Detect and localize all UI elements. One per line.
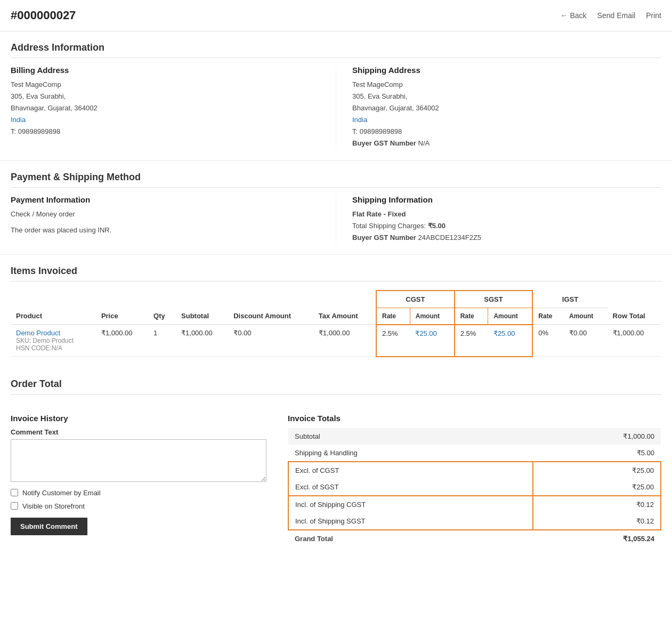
col-tax: Tax Amount	[313, 291, 376, 325]
product-link[interactable]: Demo Product	[16, 329, 60, 337]
col-subtotal: Subtotal	[176, 291, 228, 325]
back-button[interactable]: ← Back	[560, 11, 586, 20]
billing-country: India	[11, 114, 320, 126]
visible-checkbox[interactable]	[11, 502, 18, 510]
invoice-totals-col: Invoice Totals Subtotal ₹1,000.00 Shippi…	[288, 414, 661, 547]
totals-label: Incl. of Shipping SGST	[288, 513, 533, 530]
notify-row: Notify Customer by Email	[11, 489, 266, 497]
item-hsn: HSN CODE:N/A	[16, 344, 91, 352]
shipping-country: India	[352, 114, 661, 126]
shipping-buyer-gst-value: 24ABCDE1234F2Z5	[418, 233, 482, 241]
item-igst-rate: 0%	[532, 325, 564, 357]
visible-label: Visible on Storefront	[22, 502, 85, 510]
invoice-history-title: Invoice History	[11, 414, 266, 423]
invoice-totals-title: Invoice Totals	[288, 414, 661, 423]
totals-label: Excl. of SGST	[288, 479, 533, 496]
shipping-line2: Bhavnagar, Gujarat, 364002	[352, 102, 661, 114]
col-cgst-group: CGST	[376, 291, 455, 308]
notify-checkbox[interactable]	[11, 489, 18, 496]
item-cgst-rate: 2.5%	[376, 325, 410, 357]
shipping-info-title: Shipping Information	[352, 195, 661, 204]
col-row-total: Row Total	[608, 291, 661, 325]
col-igst-rate: Rate	[532, 308, 564, 325]
grand-total-value: ₹1,055.24	[533, 530, 661, 547]
visible-row: Visible on Storefront	[11, 502, 266, 510]
comment-textarea[interactable]	[11, 439, 266, 482]
send-email-button[interactable]: Send Email	[597, 11, 636, 20]
col-sgst-group: SGST	[455, 291, 533, 308]
totals-label: Subtotal	[288, 428, 533, 445]
item-price: ₹1,000.00	[96, 325, 148, 357]
totals-row: Subtotal ₹1,000.00	[288, 428, 661, 445]
shipping-phone: T: 09898989898	[352, 126, 661, 138]
totals-value: ₹25.00	[533, 479, 661, 496]
payment-info-col: Payment Information Check / Money order …	[11, 195, 336, 244]
items-table: Product Price Qty Subtotal Discount Amou…	[11, 290, 661, 357]
submit-comment-button[interactable]: Submit Comment	[11, 518, 87, 535]
col-discount: Discount Amount	[228, 291, 313, 325]
payment-method: Check / Money order	[11, 208, 320, 220]
col-price: Price	[96, 291, 148, 325]
shipping-charges-value: ₹5.00	[428, 222, 446, 230]
order-total-section: Order Total	[0, 368, 672, 414]
grand-total-row: Grand Total ₹1,055.24	[288, 530, 661, 547]
billing-address-col: Billing Address Test MageComp 305, Eva S…	[11, 66, 336, 150]
table-row: Demo Product SKU: Demo Product HSN CODE:…	[11, 325, 661, 357]
shipping-address-col: Shipping Address Test MageComp 305, Eva …	[336, 66, 661, 150]
col-cgst-amount: Amount	[410, 308, 454, 325]
shipping-buyer-gst-value: N/A	[418, 139, 430, 147]
billing-phone: T: 09898989898	[11, 126, 320, 138]
bottom-section: Invoice History Comment Text Notify Cust…	[0, 414, 672, 558]
totals-row: Excl. of CGST ₹25.00	[288, 462, 661, 479]
notify-label: Notify Customer by Email	[22, 489, 101, 497]
col-sgst-rate: Rate	[455, 308, 488, 325]
totals-table: Subtotal ₹1,000.00 Shipping & Handling ₹…	[288, 428, 661, 547]
item-sku: SKU: Demo Product	[16, 337, 91, 344]
totals-tbody: Subtotal ₹1,000.00 Shipping & Handling ₹…	[288, 428, 661, 530]
billing-address-text: Test MageComp 305, Eva Surabhi, Bhavnaga…	[11, 79, 320, 138]
totals-row: Incl. of Shipping SGST ₹0.12	[288, 513, 661, 530]
totals-label: Excl. of CGST	[288, 462, 533, 479]
item-sgst-amount: ₹25.00	[488, 325, 532, 357]
item-product: Demo Product SKU: Demo Product HSN CODE:…	[11, 325, 96, 357]
shipping-method: Flat Rate - Fixed	[352, 208, 661, 220]
shipping-address-title: Shipping Address	[352, 66, 661, 75]
items-tbody: Demo Product SKU: Demo Product HSN CODE:…	[11, 325, 661, 357]
col-qty: Qty	[148, 291, 176, 325]
col-igst-amount: Amount	[564, 308, 608, 325]
shipping-buyer-gst: Buyer GST Number N/A	[352, 138, 661, 149]
item-cgst-amount: ₹25.00	[410, 325, 454, 357]
totals-value: ₹0.12	[533, 496, 661, 513]
back-arrow-icon: ←	[560, 11, 568, 20]
item-subtotal: ₹1,000.00	[176, 325, 228, 357]
payment-columns: Payment Information Check / Money order …	[11, 195, 661, 244]
billing-line1: 305, Eva Surabhi,	[11, 91, 320, 102]
totals-row: Excl. of SGST ₹25.00	[288, 479, 661, 496]
item-tax: ₹1,000.00	[313, 325, 376, 357]
billing-name: Test MageComp	[11, 79, 320, 91]
col-product: Product	[11, 291, 96, 325]
shipping-buyer-gst: Buyer GST Number 24ABCDE1234F2Z5	[352, 232, 661, 244]
payment-note: The order was placed using INR.	[11, 224, 320, 236]
invoice-history-col: Invoice History Comment Text Notify Cust…	[11, 414, 266, 547]
address-section: Address Information Billing Address Test…	[0, 31, 672, 161]
payment-info-text: Check / Money order The order was placed…	[11, 208, 320, 236]
shipping-line1: 305, Eva Surabhi,	[352, 91, 661, 102]
item-sgst-rate: 2.5%	[455, 325, 488, 357]
page-header: #000000027 ← Back Send Email Print	[0, 0, 672, 31]
print-button[interactable]: Print	[646, 11, 661, 20]
totals-value: ₹5.00	[533, 445, 661, 462]
col-cgst-rate: Rate	[376, 308, 410, 325]
shipping-charges: Total Shipping Charges: ₹5.00	[352, 220, 661, 232]
item-discount: ₹0.00	[228, 325, 313, 357]
totals-value: ₹1,000.00	[533, 428, 661, 445]
col-igst-group: IGST	[532, 291, 607, 308]
totals-value: ₹25.00	[533, 462, 661, 479]
shipping-info-col: Shipping Information Flat Rate - Fixed T…	[336, 195, 661, 244]
billing-address-title: Billing Address	[11, 66, 320, 75]
billing-line2: Bhavnagar, Gujarat, 364002	[11, 102, 320, 114]
totals-label: Incl. of Shipping CGST	[288, 496, 533, 513]
page-wrapper: #000000027 ← Back Send Email Print Addre…	[0, 0, 672, 558]
address-section-title: Address Information	[11, 42, 661, 58]
totals-row: Shipping & Handling ₹5.00	[288, 445, 661, 462]
